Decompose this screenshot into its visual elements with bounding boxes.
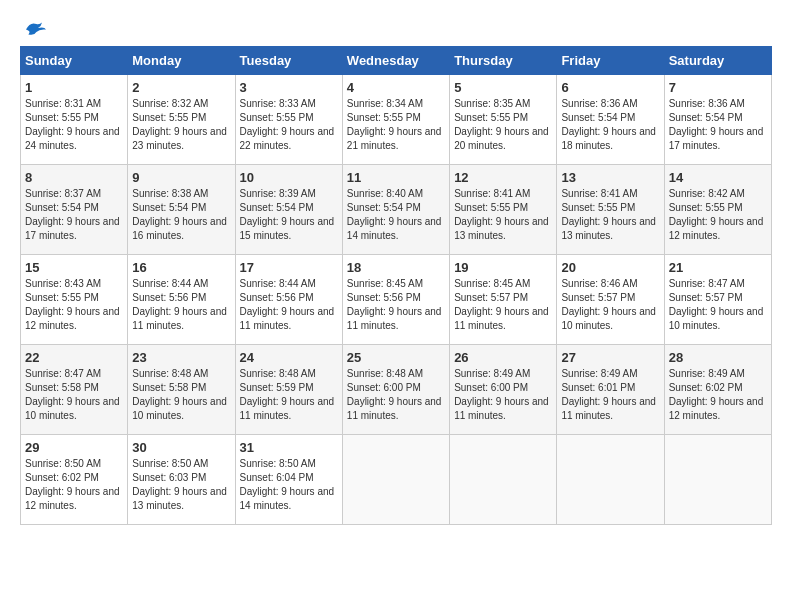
- calendar-cell: 9 Sunrise: 8:38 AM Sunset: 5:54 PM Dayli…: [128, 165, 235, 255]
- day-detail: Sunrise: 8:46 AM Sunset: 5:57 PM Dayligh…: [561, 277, 659, 333]
- calendar-cell: 17 Sunrise: 8:44 AM Sunset: 5:56 PM Dayl…: [235, 255, 342, 345]
- day-number: 22: [25, 350, 123, 365]
- day-detail: Sunrise: 8:48 AM Sunset: 5:59 PM Dayligh…: [240, 367, 338, 423]
- day-detail: Sunrise: 8:43 AM Sunset: 5:55 PM Dayligh…: [25, 277, 123, 333]
- day-number: 14: [669, 170, 767, 185]
- day-number: 23: [132, 350, 230, 365]
- calendar-cell: 28 Sunrise: 8:49 AM Sunset: 6:02 PM Dayl…: [664, 345, 771, 435]
- day-detail: Sunrise: 8:38 AM Sunset: 5:54 PM Dayligh…: [132, 187, 230, 243]
- day-number: 29: [25, 440, 123, 455]
- weekday-wednesday: Wednesday: [342, 47, 449, 75]
- day-number: 18: [347, 260, 445, 275]
- calendar-cell: 26 Sunrise: 8:49 AM Sunset: 6:00 PM Dayl…: [450, 345, 557, 435]
- calendar-cell: 29 Sunrise: 8:50 AM Sunset: 6:02 PM Dayl…: [21, 435, 128, 525]
- calendar-table: SundayMondayTuesdayWednesdayThursdayFrid…: [20, 46, 772, 525]
- week-row-4: 22 Sunrise: 8:47 AM Sunset: 5:58 PM Dayl…: [21, 345, 772, 435]
- weekday-friday: Friday: [557, 47, 664, 75]
- day-detail: Sunrise: 8:50 AM Sunset: 6:02 PM Dayligh…: [25, 457, 123, 513]
- calendar-cell: 7 Sunrise: 8:36 AM Sunset: 5:54 PM Dayli…: [664, 75, 771, 165]
- day-detail: Sunrise: 8:41 AM Sunset: 5:55 PM Dayligh…: [561, 187, 659, 243]
- weekday-header-row: SundayMondayTuesdayWednesdayThursdayFrid…: [21, 47, 772, 75]
- day-detail: Sunrise: 8:47 AM Sunset: 5:58 PM Dayligh…: [25, 367, 123, 423]
- day-number: 9: [132, 170, 230, 185]
- day-number: 24: [240, 350, 338, 365]
- calendar-cell: 11 Sunrise: 8:40 AM Sunset: 5:54 PM Dayl…: [342, 165, 449, 255]
- day-detail: Sunrise: 8:32 AM Sunset: 5:55 PM Dayligh…: [132, 97, 230, 153]
- day-detail: Sunrise: 8:48 AM Sunset: 5:58 PM Dayligh…: [132, 367, 230, 423]
- calendar-cell: 1 Sunrise: 8:31 AM Sunset: 5:55 PM Dayli…: [21, 75, 128, 165]
- day-detail: Sunrise: 8:31 AM Sunset: 5:55 PM Dayligh…: [25, 97, 123, 153]
- calendar-cell: 18 Sunrise: 8:45 AM Sunset: 5:56 PM Dayl…: [342, 255, 449, 345]
- calendar-cell: [342, 435, 449, 525]
- day-detail: Sunrise: 8:48 AM Sunset: 6:00 PM Dayligh…: [347, 367, 445, 423]
- day-detail: Sunrise: 8:40 AM Sunset: 5:54 PM Dayligh…: [347, 187, 445, 243]
- day-number: 4: [347, 80, 445, 95]
- day-detail: Sunrise: 8:39 AM Sunset: 5:54 PM Dayligh…: [240, 187, 338, 243]
- day-detail: Sunrise: 8:47 AM Sunset: 5:57 PM Dayligh…: [669, 277, 767, 333]
- calendar-cell: 10 Sunrise: 8:39 AM Sunset: 5:54 PM Dayl…: [235, 165, 342, 255]
- calendar-cell: [450, 435, 557, 525]
- calendar-cell: 23 Sunrise: 8:48 AM Sunset: 5:58 PM Dayl…: [128, 345, 235, 435]
- day-detail: Sunrise: 8:37 AM Sunset: 5:54 PM Dayligh…: [25, 187, 123, 243]
- day-number: 30: [132, 440, 230, 455]
- day-detail: Sunrise: 8:49 AM Sunset: 6:01 PM Dayligh…: [561, 367, 659, 423]
- day-detail: Sunrise: 8:44 AM Sunset: 5:56 PM Dayligh…: [240, 277, 338, 333]
- day-detail: Sunrise: 8:35 AM Sunset: 5:55 PM Dayligh…: [454, 97, 552, 153]
- day-number: 2: [132, 80, 230, 95]
- calendar-cell: 31 Sunrise: 8:50 AM Sunset: 6:04 PM Dayl…: [235, 435, 342, 525]
- header: [20, 20, 772, 40]
- calendar-cell: 24 Sunrise: 8:48 AM Sunset: 5:59 PM Dayl…: [235, 345, 342, 435]
- day-number: 28: [669, 350, 767, 365]
- day-detail: Sunrise: 8:36 AM Sunset: 5:54 PM Dayligh…: [669, 97, 767, 153]
- logo-bird-icon: [22, 20, 46, 40]
- calendar-cell: [664, 435, 771, 525]
- day-detail: Sunrise: 8:50 AM Sunset: 6:04 PM Dayligh…: [240, 457, 338, 513]
- calendar-cell: 19 Sunrise: 8:45 AM Sunset: 5:57 PM Dayl…: [450, 255, 557, 345]
- week-row-5: 29 Sunrise: 8:50 AM Sunset: 6:02 PM Dayl…: [21, 435, 772, 525]
- day-detail: Sunrise: 8:50 AM Sunset: 6:03 PM Dayligh…: [132, 457, 230, 513]
- calendar-cell: 3 Sunrise: 8:33 AM Sunset: 5:55 PM Dayli…: [235, 75, 342, 165]
- calendar-cell: 2 Sunrise: 8:32 AM Sunset: 5:55 PM Dayli…: [128, 75, 235, 165]
- day-detail: Sunrise: 8:34 AM Sunset: 5:55 PM Dayligh…: [347, 97, 445, 153]
- calendar-cell: [557, 435, 664, 525]
- day-number: 11: [347, 170, 445, 185]
- day-detail: Sunrise: 8:36 AM Sunset: 5:54 PM Dayligh…: [561, 97, 659, 153]
- calendar-cell: 4 Sunrise: 8:34 AM Sunset: 5:55 PM Dayli…: [342, 75, 449, 165]
- calendar-cell: 12 Sunrise: 8:41 AM Sunset: 5:55 PM Dayl…: [450, 165, 557, 255]
- calendar-cell: 6 Sunrise: 8:36 AM Sunset: 5:54 PM Dayli…: [557, 75, 664, 165]
- day-number: 3: [240, 80, 338, 95]
- weekday-monday: Monday: [128, 47, 235, 75]
- day-number: 15: [25, 260, 123, 275]
- day-detail: Sunrise: 8:49 AM Sunset: 6:00 PM Dayligh…: [454, 367, 552, 423]
- day-number: 20: [561, 260, 659, 275]
- day-number: 10: [240, 170, 338, 185]
- week-row-1: 1 Sunrise: 8:31 AM Sunset: 5:55 PM Dayli…: [21, 75, 772, 165]
- day-detail: Sunrise: 8:45 AM Sunset: 5:56 PM Dayligh…: [347, 277, 445, 333]
- calendar-cell: 14 Sunrise: 8:42 AM Sunset: 5:55 PM Dayl…: [664, 165, 771, 255]
- day-detail: Sunrise: 8:41 AM Sunset: 5:55 PM Dayligh…: [454, 187, 552, 243]
- day-number: 5: [454, 80, 552, 95]
- day-number: 8: [25, 170, 123, 185]
- day-number: 27: [561, 350, 659, 365]
- weekday-tuesday: Tuesday: [235, 47, 342, 75]
- week-row-3: 15 Sunrise: 8:43 AM Sunset: 5:55 PM Dayl…: [21, 255, 772, 345]
- day-number: 6: [561, 80, 659, 95]
- day-number: 13: [561, 170, 659, 185]
- day-number: 7: [669, 80, 767, 95]
- calendar-cell: 15 Sunrise: 8:43 AM Sunset: 5:55 PM Dayl…: [21, 255, 128, 345]
- calendar-cell: 13 Sunrise: 8:41 AM Sunset: 5:55 PM Dayl…: [557, 165, 664, 255]
- day-number: 16: [132, 260, 230, 275]
- day-number: 31: [240, 440, 338, 455]
- day-number: 1: [25, 80, 123, 95]
- day-detail: Sunrise: 8:49 AM Sunset: 6:02 PM Dayligh…: [669, 367, 767, 423]
- day-number: 19: [454, 260, 552, 275]
- day-number: 21: [669, 260, 767, 275]
- calendar-cell: 22 Sunrise: 8:47 AM Sunset: 5:58 PM Dayl…: [21, 345, 128, 435]
- calendar-cell: 16 Sunrise: 8:44 AM Sunset: 5:56 PM Dayl…: [128, 255, 235, 345]
- day-detail: Sunrise: 8:45 AM Sunset: 5:57 PM Dayligh…: [454, 277, 552, 333]
- day-number: 25: [347, 350, 445, 365]
- weekday-saturday: Saturday: [664, 47, 771, 75]
- calendar-cell: 30 Sunrise: 8:50 AM Sunset: 6:03 PM Dayl…: [128, 435, 235, 525]
- day-detail: Sunrise: 8:44 AM Sunset: 5:56 PM Dayligh…: [132, 277, 230, 333]
- week-row-2: 8 Sunrise: 8:37 AM Sunset: 5:54 PM Dayli…: [21, 165, 772, 255]
